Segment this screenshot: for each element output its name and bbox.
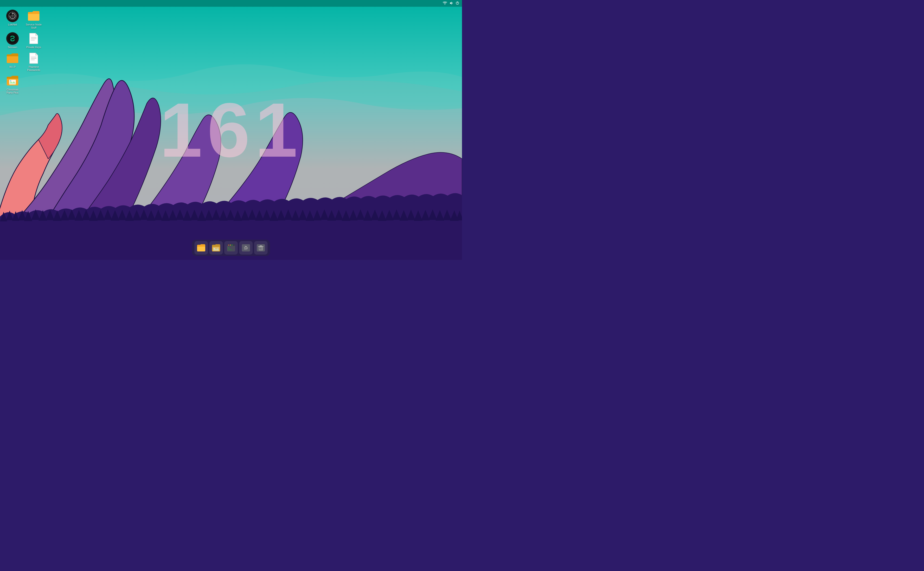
svg-point-1: [445, 4, 445, 5]
svg-point-23: [230, 245, 231, 246]
taskbar: >_: [192, 240, 270, 256]
taskbar-trash[interactable]: ♻: [254, 241, 268, 255]
plaintext-passwords-label: Plaintext Passwords: [25, 65, 42, 72]
svg-rect-41: [260, 245, 262, 246]
taskbar-settings[interactable]: [239, 241, 253, 255]
taskbar-files[interactable]: [194, 241, 208, 255]
desktop-icons-container: LokiNet Service Node Stuff S: [3, 9, 43, 95]
svg-point-8: [12, 15, 13, 16]
lokinet-icon[interactable]: LokiNet: [3, 9, 22, 27]
taskbar-image-viewer[interactable]: [209, 241, 223, 255]
svg-text:>_: >_: [228, 247, 230, 249]
session-label: Session: [8, 46, 17, 49]
power-icon[interactable]: [456, 2, 459, 6]
lokinet-label: LokiNet: [8, 23, 17, 26]
desktop-row-3: W.I.P Plaintext Passwords: [3, 51, 43, 73]
lokinet-icon-img: [6, 9, 19, 22]
svg-rect-30: [246, 246, 246, 247]
desktop-row-2: Session Private Keys: [3, 31, 43, 50]
private-keys-icon-img: [28, 32, 40, 45]
christmas-party-pics-icon[interactable]: Christmas Party Pics: [3, 74, 22, 95]
private-keys-icon[interactable]: Private Keys: [24, 31, 43, 50]
wifi-icon: [443, 2, 447, 6]
taskbar-terminal[interactable]: >_: [224, 241, 238, 255]
christmas-party-pics-label: Christmas Party Pics: [4, 88, 21, 94]
session-icon[interactable]: Session: [3, 31, 22, 50]
christmas-party-pics-icon-img: [6, 75, 19, 87]
plaintext-passwords-icon[interactable]: Plaintext Passwords: [24, 51, 43, 73]
service-node-stuff-icon[interactable]: Service Node Stuff: [24, 9, 43, 30]
svg-text:♻: ♻: [259, 247, 261, 250]
topbar-system-icons: [443, 2, 459, 6]
session-icon-img: [6, 32, 19, 45]
wip-label: W.I.P: [9, 65, 15, 69]
service-node-stuff-icon-img: [28, 9, 40, 22]
plaintext-passwords-icon-img: [28, 52, 40, 65]
svg-rect-31: [246, 249, 246, 250]
service-node-stuff-label: Service Node Stuff: [25, 23, 42, 29]
svg-point-19: [214, 248, 215, 249]
wip-icon-img: [6, 52, 19, 65]
volume-icon: [449, 2, 454, 6]
topbar: [0, 0, 462, 7]
wallpaper: [0, 0, 462, 260]
desktop-row-1: LokiNet Service Node Stuff: [3, 9, 43, 30]
wip-icon[interactable]: W.I.P: [3, 51, 22, 69]
desktop-row-4: Christmas Party Pics: [3, 74, 43, 95]
svg-point-22: [228, 245, 229, 246]
svg-rect-32: [247, 248, 248, 248]
svg-point-17: [10, 80, 11, 82]
svg-point-24: [231, 245, 233, 246]
private-keys-label: Private Keys: [26, 46, 41, 49]
svg-point-29: [245, 247, 247, 248]
svg-rect-33: [244, 248, 245, 248]
